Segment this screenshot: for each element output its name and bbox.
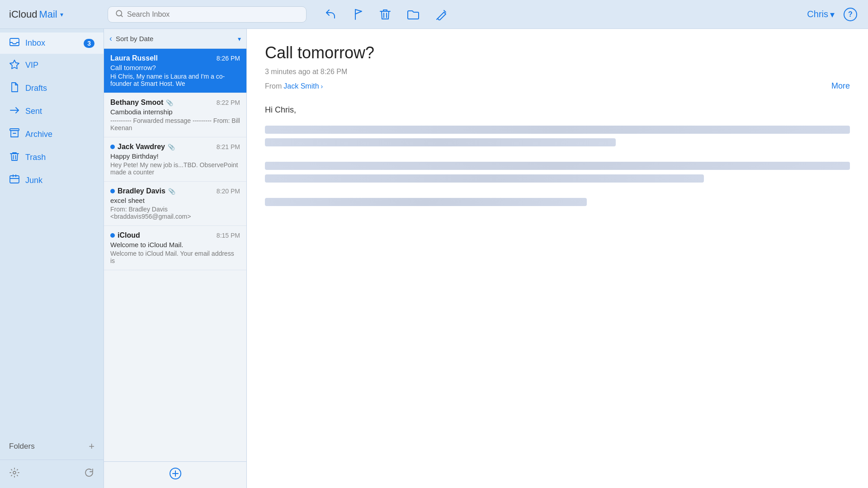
email-detail: Call tomorrow? 3 minutes ago at 8:26 PM … (247, 29, 868, 488)
email-time-3: 8:21 PM (217, 143, 240, 150)
app-title-mail: Mail (39, 9, 57, 20)
user-dropdown-arrow: ▾ (830, 9, 835, 20)
inbox-badge: 3 (84, 39, 94, 48)
attachment-icon-2: 📎 (166, 99, 173, 106)
email-time-1: 8:26 PM (217, 55, 240, 62)
sidebar-item-inbox[interactable]: Inbox 3 (0, 33, 104, 54)
user-name[interactable]: Chris ▾ (807, 9, 835, 20)
email-item-2[interactable]: Bethany Smoot 📎 8:22 PM Cambodia interns… (104, 93, 246, 137)
email-time-5: 8:15 PM (217, 232, 240, 239)
sender-name-4: Bradley Davis (118, 187, 165, 195)
email-list-panel: ‹ Sort by Date ▾ Laura Russell 8:26 PM C… (104, 29, 247, 488)
sidebar-item-vip[interactable]: VIP (0, 54, 104, 77)
email-preview-4: From: Bradley Davis <braddavis956@gmail.… (110, 206, 240, 220)
app-dropdown-arrow[interactable]: ▾ (60, 11, 63, 18)
from-name[interactable]: Jack Smith (283, 82, 319, 90)
email-list: Laura Russell 8:26 PM Call tomorrow? Hi … (104, 49, 246, 461)
svg-rect-13 (10, 176, 19, 183)
drafts-icon (9, 82, 20, 94)
email-item-3[interactable]: Jack Vawdrey 📎 8:21 PM Happy Birthday! H… (104, 137, 246, 182)
vip-icon (9, 59, 20, 71)
email-list-bottom (104, 461, 246, 488)
email-time-4: 8:20 PM (217, 188, 240, 195)
sidebar-bottom (0, 460, 104, 488)
refresh-button[interactable] (84, 467, 94, 481)
svg-line-5 (437, 19, 438, 19)
junk-label: Junk (25, 176, 94, 185)
svg-line-1 (121, 15, 122, 16)
unread-dot-3 (110, 145, 115, 149)
sender-name-5: iCloud (118, 231, 140, 239)
email-list-header: ‹ Sort by Date ▾ (104, 29, 246, 49)
email-item-4[interactable]: Bradley Davis 📎 8:20 PM excel sheet From… (104, 182, 246, 226)
sidebar-item-drafts[interactable]: Drafts (0, 77, 104, 100)
email-preview-3: Hey Pete! My new job is...TBD. ObservePo… (110, 161, 240, 176)
blurred-line-5 (265, 198, 587, 206)
search-input[interactable] (127, 10, 299, 19)
sidebar-item-junk[interactable]: Junk (0, 169, 104, 192)
sent-label: Sent (25, 107, 94, 116)
flag-button[interactable] (354, 9, 363, 20)
add-folder-button[interactable]: + (89, 441, 94, 452)
blurred-line-4 (265, 174, 704, 183)
folders-section: Folders + (0, 437, 104, 460)
sort-arrow[interactable]: ▾ (238, 35, 241, 42)
search-bar (108, 6, 307, 23)
settings-button[interactable] (9, 467, 20, 481)
sender-name-2: Bethany Smoot (110, 99, 163, 107)
sidebar-item-archive[interactable]: Archive (0, 123, 104, 146)
sidebar-item-trash[interactable]: Trash (0, 146, 104, 169)
sender-name-3: Jack Vawdrey (118, 143, 165, 151)
folder-button[interactable] (407, 9, 420, 20)
inbox-label: Inbox (25, 38, 78, 48)
inbox-icon (9, 38, 20, 48)
reply-button[interactable] (325, 9, 337, 20)
sidebar: Inbox 3 VIP D (0, 29, 104, 488)
top-bar: iCloud Mail ▾ (0, 0, 868, 29)
drafts-label: Drafts (25, 84, 94, 93)
folders-label: Folders (9, 442, 35, 451)
sent-icon (9, 105, 20, 117)
junk-icon (9, 174, 20, 187)
attachment-icon-3: 📎 (168, 144, 175, 150)
archive-label: Archive (25, 130, 94, 139)
email-subject-1: Call tomorrow? (110, 64, 240, 71)
main-content: Inbox 3 VIP D (0, 29, 868, 488)
svg-marker-7 (10, 60, 19, 69)
compose-button[interactable] (436, 9, 448, 20)
sidebar-nav: Inbox 3 VIP D (0, 29, 104, 437)
email-from-row: From Jack Smith › More (265, 81, 850, 91)
sender-name-1: Laura Russell (110, 54, 158, 62)
email-greeting: Hi Chris, (265, 105, 850, 115)
blurred-paragraph-3 (265, 198, 850, 211)
vip-label: VIP (25, 61, 94, 70)
archive-icon (9, 128, 20, 141)
collapse-button[interactable]: ‹ (109, 34, 112, 43)
trash-label: Trash (25, 153, 94, 162)
email-item-1[interactable]: Laura Russell 8:26 PM Call tomorrow? Hi … (104, 49, 246, 93)
email-subject-5: Welcome to iCloud Mail. (110, 241, 240, 249)
trash-icon (9, 151, 20, 164)
email-detail-meta: 3 minutes ago at 8:26 PM (265, 68, 850, 76)
sort-label: Sort by Date (116, 35, 238, 42)
svg-rect-6 (10, 38, 19, 46)
email-subject-3: Happy Birthday! (110, 152, 240, 160)
app-title[interactable]: iCloud Mail ▾ (0, 9, 104, 20)
email-preview-5: Welcome to iCloud Mail. Your email addre… (110, 250, 240, 264)
email-item-5[interactable]: iCloud 8:15 PM Welcome to iCloud Mail. W… (104, 226, 246, 270)
blurred-line-1 (265, 126, 850, 134)
email-preview-1: Hi Chris, My name is Laura and I'm a co-… (110, 73, 240, 87)
sidebar-item-sent[interactable]: Sent (0, 100, 104, 123)
compose-bottom-button[interactable] (169, 467, 182, 483)
unread-dot-5 (110, 233, 115, 238)
email-detail-subject: Call tomorrow? (265, 43, 850, 62)
trash-button[interactable] (380, 9, 391, 20)
blurred-paragraph-2 (265, 162, 850, 187)
more-link[interactable]: More (831, 81, 850, 91)
unread-dot-4 (110, 189, 115, 193)
help-button[interactable]: ? (844, 8, 857, 21)
app-title-icloud: iCloud (9, 9, 37, 20)
svg-point-17 (13, 471, 16, 474)
email-time-2: 8:22 PM (217, 99, 240, 106)
from-arrow-icon: › (321, 83, 323, 90)
